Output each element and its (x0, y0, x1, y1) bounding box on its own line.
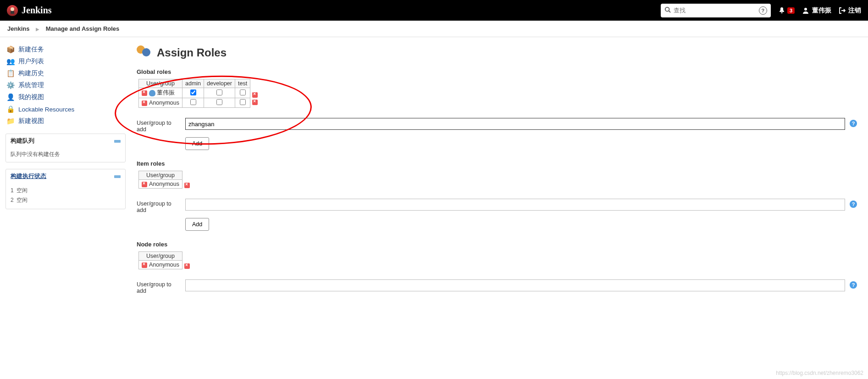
add-label: User/group to add (137, 199, 182, 213)
logo[interactable]: Jenkins (7, 5, 52, 16)
table-row: Anonymous (139, 261, 182, 269)
search-box[interactable]: ? (661, 4, 771, 17)
checkbox-admin[interactable] (190, 89, 196, 95)
help-icon[interactable]: ? (850, 120, 857, 127)
gear-icon: ⚙️ (6, 81, 15, 89)
node-add-input[interactable] (185, 279, 845, 291)
delete-row-icon[interactable] (252, 92, 258, 98)
col-test: test (235, 79, 250, 88)
checkbox-developer[interactable] (216, 89, 222, 95)
sidebar-item-manage[interactable]: ⚙️系统管理 (6, 79, 126, 91)
executor-row: 1 空闲 (11, 186, 121, 195)
username-label: 董伟振 (812, 6, 831, 15)
col-usergroup: User/group (139, 252, 182, 261)
logout-button[interactable]: 注销 (839, 6, 861, 15)
history-icon: 📋 (6, 69, 15, 78)
build-queue-panel: 构建队列 队列中没有构建任务 (6, 134, 126, 162)
node-add-row: User/group to add ? (137, 279, 857, 294)
col-developer: developer (204, 79, 235, 88)
sidebar-item-label: 新建视图 (18, 117, 44, 125)
collapse-icon[interactable] (114, 175, 121, 178)
global-add-input[interactable] (185, 118, 845, 130)
sidebar-item-label: 系统管理 (18, 81, 44, 89)
delete-row-icon[interactable] (184, 183, 190, 188)
sidebar-item-lockable[interactable]: 🔒Lockable Resources (6, 103, 126, 115)
svg-rect-1 (11, 11, 14, 14)
search-icon (664, 6, 671, 14)
sidebar-item-myviews[interactable]: 👤我的视图 (6, 91, 126, 103)
col-usergroup: User/group (139, 171, 182, 180)
checkbox-test[interactable] (240, 89, 246, 95)
package-icon: 📦 (6, 45, 15, 54)
col-usergroup: User/group (139, 79, 182, 88)
breadcrumb-manage-roles[interactable]: Manage and Assign Roles (46, 25, 120, 32)
delete-icon[interactable] (142, 182, 147, 187)
top-header: Jenkins ? 3 董伟振 注销 (0, 0, 868, 21)
executor-header[interactable]: 构建执行状态 (6, 169, 125, 184)
people-icon: 👥 (6, 57, 15, 66)
breadcrumb-separator-icon: ▶ (36, 27, 39, 32)
svg-point-2 (665, 7, 669, 11)
col-admin: admin (182, 79, 204, 88)
add-label: User/group to add (137, 279, 182, 294)
table-row: Anonymous (139, 98, 250, 108)
global-roles-table: User/group admin developer test 董伟振 Anon… (138, 79, 250, 108)
help-icon[interactable]: ? (850, 201, 857, 208)
user-name: Anonymous (149, 262, 179, 268)
sidebar-item-users[interactable]: 👥用户列表 (6, 56, 126, 67)
global-roles-heading: Global roles (137, 68, 857, 75)
sidebar-item-newview[interactable]: 📁新建视图 (6, 115, 126, 127)
user-name: Anonymous (149, 181, 179, 187)
sidebar-item-label: 新建任务 (18, 45, 44, 54)
delete-icon[interactable] (142, 262, 147, 268)
executor-row: 2 空闲 (11, 195, 121, 205)
notification-badge: 3 (787, 7, 795, 14)
logout-label: 注销 (848, 6, 861, 15)
logo-text: Jenkins (22, 5, 52, 16)
user-name: 董伟振 (157, 89, 175, 96)
sidebar-item-label: 我的视图 (18, 93, 44, 101)
search-input[interactable] (674, 7, 756, 14)
build-queue-body: 队列中没有构建任务 (6, 148, 125, 162)
user-icon (149, 90, 155, 96)
table-row: Anonymous (139, 180, 182, 189)
svg-point-0 (11, 7, 14, 11)
delete-row-icon[interactable] (184, 263, 190, 269)
sidebar-item-label: Lockable Resources (18, 106, 74, 113)
sidebar-item-history[interactable]: 📋构建历史 (6, 67, 126, 79)
page-title: Assign Roles (137, 45, 857, 60)
page-title-text: Assign Roles (157, 46, 227, 59)
global-add-row: User/group to add ? (137, 118, 857, 133)
help-icon[interactable]: ? (759, 6, 767, 15)
delete-icon[interactable] (142, 100, 147, 106)
executor-panel: 构建执行状态 1 空闲 2 空闲 (6, 169, 126, 209)
user-menu[interactable]: 董伟振 (802, 6, 831, 15)
delete-icon[interactable] (142, 90, 147, 96)
table-row: 董伟振 (139, 88, 250, 98)
delete-row-icon[interactable] (252, 100, 258, 105)
checkbox-developer[interactable] (216, 99, 222, 105)
build-queue-header[interactable]: 构建队列 (6, 134, 125, 148)
item-add-input[interactable] (185, 199, 845, 211)
executor-title: 构建执行状态 (11, 173, 46, 180)
svg-point-4 (804, 8, 807, 11)
jenkins-logo-icon (7, 5, 18, 16)
assign-roles-icon (137, 45, 151, 60)
help-icon[interactable]: ? (850, 281, 857, 289)
item-roles-table: User/group Anonymous (138, 171, 182, 189)
breadcrumb-jenkins[interactable]: Jenkins (7, 25, 29, 32)
user-name: Anonymous (149, 100, 179, 106)
item-roles-heading: Item roles (137, 160, 857, 167)
collapse-icon[interactable] (114, 140, 121, 143)
user-icon: 👤 (6, 93, 15, 101)
node-roles-table: User/group Anonymous (138, 251, 182, 269)
breadcrumb: Jenkins ▶ Manage and Assign Roles (0, 21, 868, 37)
checkbox-test[interactable] (240, 99, 246, 105)
sidebar-item-new[interactable]: 📦新建任务 (6, 44, 126, 56)
global-add-button[interactable]: Add (185, 137, 209, 150)
lock-icon: 🔒 (6, 105, 15, 113)
checkbox-admin[interactable] (190, 99, 196, 105)
item-add-button[interactable]: Add (185, 218, 209, 231)
notifications-button[interactable]: 3 (778, 7, 795, 14)
item-add-row: User/group to add ? (137, 199, 857, 213)
